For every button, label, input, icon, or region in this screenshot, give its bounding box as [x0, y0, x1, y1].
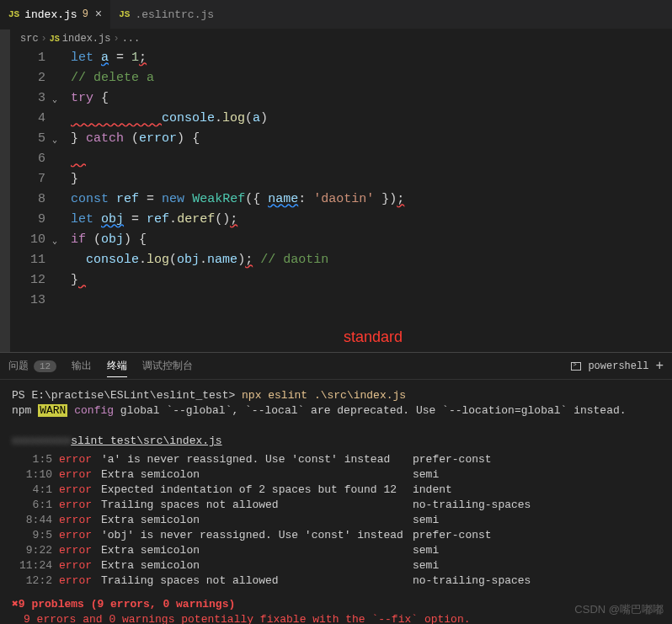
error-row: 9:5error'obj' is never reassigned. Use '…: [12, 528, 660, 543]
code-line[interactable]: let a = 1;: [71, 48, 672, 68]
tab-debug-console[interactable]: 调试控制台: [142, 359, 193, 373]
tab-output[interactable]: 输出: [72, 359, 92, 373]
code-line[interactable]: }: [71, 270, 672, 291]
code-line[interactable]: // delete a: [71, 68, 672, 88]
fix-hint: 9 errors and 0 warnings potentially fixa…: [24, 612, 660, 624]
error-row: 8:44errorExtra semicolonsemi: [12, 513, 660, 528]
line-gutter: 12 3⌄ 4 5⌄ 6789 10⌄ 111213: [10, 48, 59, 347]
tab-label: .eslintrc.js: [135, 8, 214, 21]
x-icon: ✖: [12, 598, 19, 611]
error-row: 11:24errorExtra semicolonsemi: [12, 558, 660, 573]
error-row: 1:10errorExtra semicolonsemi: [12, 467, 660, 483]
code-line[interactable]: console.log(a): [71, 109, 672, 129]
terminal-output[interactable]: PS E:\practise\ESLint\eslint_test> npx e…: [0, 380, 672, 624]
code-content[interactable]: let a = 1; // delete a try { console.log…: [59, 48, 672, 347]
shell-label[interactable]: powershell: [588, 360, 648, 372]
error-row: 1:5error'a' is never reassigned. Use 'co…: [12, 452, 660, 467]
code-line[interactable]: if (obj) {: [71, 230, 672, 250]
error-row: 12:2errorTrailing spaces not allowedno-t…: [12, 573, 660, 589]
breadcrumb-segment[interactable]: src: [20, 33, 39, 45]
code-line[interactable]: let obj = ref.deref();: [71, 210, 672, 230]
terminal-icon: [571, 362, 581, 371]
chevron-right-icon: ›: [41, 33, 47, 45]
chevron-right-icon: ›: [113, 33, 119, 45]
error-row: 4:1errorExpected indentation of 2 spaces…: [12, 483, 660, 498]
plus-icon[interactable]: +: [655, 359, 664, 374]
code-line[interactable]: } catch (error) {: [71, 129, 672, 149]
code-line[interactable]: try {: [71, 88, 672, 109]
tab-label: index.js: [24, 8, 77, 21]
bottom-panel: 问题 12 输出 终端 调试控制台 powershell + PS E:\pra…: [0, 352, 672, 624]
error-table: 1:5error'a' is never reassigned. Use 'co…: [12, 452, 660, 589]
panel-actions: powershell +: [571, 359, 664, 374]
js-icon: JS: [119, 9, 130, 19]
close-icon[interactable]: ×: [95, 8, 102, 21]
breadcrumb[interactable]: src › JS index.js › ...: [10, 29, 672, 48]
tab-index-js[interactable]: JS index.js 9 ×: [0, 0, 110, 29]
redacted-path: xxxxxxxxx: [12, 435, 71, 447]
error-summary: ✖9 problems (9 errors, 0 warnings): [12, 597, 660, 612]
panel-tabs: 问题 12 输出 终端 调试控制台 powershell +: [0, 353, 672, 380]
js-icon: JS: [8, 9, 19, 19]
code-editor[interactable]: 12 3⌄ 4 5⌄ 6789 10⌄ 111213 let a = 1; //…: [10, 48, 672, 347]
error-row: 9:22errorExtra semicolonsemi: [12, 543, 660, 558]
code-line[interactable]: [71, 149, 672, 169]
fold-icon[interactable]: ⌄: [52, 131, 57, 151]
breadcrumb-segment[interactable]: ...: [122, 33, 141, 45]
js-icon: JS: [50, 35, 60, 44]
editor-tabs: JS index.js 9 × JS .eslintrc.js: [0, 0, 672, 29]
fold-icon[interactable]: ⌄: [52, 232, 57, 252]
code-line[interactable]: console.log(obj.name); // daotin: [71, 250, 672, 270]
tab-badge: 9: [83, 8, 88, 20]
tab-eslintrc-js[interactable]: JS .eslintrc.js: [110, 0, 222, 29]
breadcrumb-segment[interactable]: index.js: [62, 33, 111, 45]
code-line[interactable]: [71, 291, 672, 311]
problems-count: 12: [34, 360, 56, 372]
error-row: 6:1errorTrailing spaces not allowedno-tr…: [12, 498, 660, 513]
code-line[interactable]: }: [71, 169, 672, 189]
tab-problems[interactable]: 问题 12: [8, 359, 56, 373]
fold-icon[interactable]: ⌄: [52, 90, 57, 110]
watermark: CSDN @嘴巴嘟嘟: [574, 602, 664, 617]
code-line[interactable]: const ref = new WeakRef({ name: 'daotin'…: [71, 189, 672, 210]
annotation-label: standard: [344, 328, 403, 346]
tab-terminal[interactable]: 终端: [107, 359, 127, 377]
